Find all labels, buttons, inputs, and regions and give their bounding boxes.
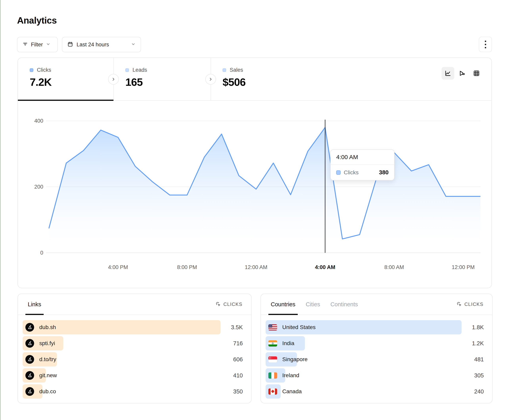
row-label: United States (282, 324, 316, 330)
clicks-legend-dot-icon (30, 68, 33, 72)
row-label: Canada (282, 388, 302, 395)
list-item[interactable]: Ireland305 (266, 368, 487, 383)
y-axis-tick-label: 0 (19, 250, 43, 256)
row-label: Singapore (282, 356, 308, 362)
tab-countries[interactable]: Countries (271, 294, 295, 315)
list-item[interactable]: United States1.8K (266, 320, 487, 334)
date-range-button[interactable]: Last 24 hours (62, 37, 141, 52)
stats-tab-row: Clicks 7.2K Leads 165 Sales $506 (18, 58, 492, 101)
dub-logo-icon (27, 389, 32, 394)
list-item[interactable]: dub.co350 (22, 384, 246, 398)
sales-legend-dot-icon (223, 68, 226, 72)
row-clicks-value: 1.8K (472, 320, 484, 334)
tab-leads[interactable]: Leads 165 (113, 58, 211, 101)
x-axis-tick-label: 4:00 AM (315, 264, 336, 270)
dub-logo-icon (27, 373, 32, 378)
table-view-button[interactable] (470, 67, 483, 80)
cursor-click-icon (456, 301, 462, 307)
tab-cities[interactable]: Cities (306, 294, 320, 315)
list-item[interactable]: India1.2K (266, 336, 487, 350)
ca-flag-icon (268, 389, 277, 395)
countries-panel-header: Countries Cities Continents CLICKS (261, 294, 492, 315)
dub-logo-icon (27, 357, 32, 362)
y-axis-tick-label: 400 (19, 118, 43, 124)
kebab-dot (485, 41, 486, 42)
date-range-label: Last 24 hours (77, 42, 109, 48)
list-item[interactable]: git.new410 (22, 368, 246, 383)
row-clicks-value: 350 (233, 384, 243, 398)
funnel-view-button[interactable] (456, 67, 469, 80)
kebab-dot (485, 44, 486, 45)
line-chart-view-button[interactable] (441, 67, 454, 80)
stat-label: Clicks (37, 67, 51, 73)
area-fill (49, 127, 480, 253)
row-label: Ireland (282, 372, 299, 379)
us-flag-icon (268, 324, 277, 330)
countries-list: United States1.8KIndia1.2KSingapore481Ir… (266, 320, 487, 398)
chart-canvas[interactable] (46, 118, 480, 257)
tab-links[interactable]: Links (28, 294, 41, 315)
stat-value: 165 (125, 76, 211, 88)
clicks-area-chart[interactable]: 4002000 4:00 PM8:00 PM12:00 AM4:00 AM8:0… (46, 118, 480, 257)
table-grid-icon (473, 70, 480, 77)
list-item[interactable]: Singapore481 (266, 352, 487, 367)
row-label: dub.co (39, 388, 56, 395)
stat-label: Leads (133, 67, 147, 73)
tooltip-legend-dot-icon (336, 170, 341, 175)
stat-value: $506 (223, 76, 310, 88)
page-title: Analytics (17, 15, 57, 26)
x-axis-tick-label: 8:00 PM (177, 264, 197, 270)
analytics-page: Analytics Filter Last 24 hours (0, 0, 508, 420)
dub-logo-badge (25, 371, 34, 380)
metric-label: CLICKS (464, 302, 483, 307)
chart-type-switcher (441, 67, 483, 80)
row-label: India (282, 340, 294, 347)
filter-button[interactable]: Filter (17, 37, 58, 52)
analytics-card: Clicks 7.2K Leads 165 Sales $506 (17, 58, 492, 288)
funnel-chart-icon (459, 70, 466, 77)
dub-logo-badge (25, 355, 34, 364)
row-clicks-value: 240 (474, 384, 484, 398)
dub-logo-icon (27, 325, 32, 330)
dub-logo-badge (25, 323, 34, 332)
links-panel-header: Links CLICKS (18, 294, 251, 315)
list-item[interactable]: dub.sh3.5K (22, 320, 246, 334)
row-clicks-value: 716 (233, 336, 243, 350)
countries-metric-selector[interactable]: CLICKS (456, 301, 483, 307)
tab-sales[interactable]: Sales $506 (211, 58, 310, 101)
chevron-right-icon (208, 77, 213, 82)
tab-continents[interactable]: Continents (330, 294, 358, 315)
dub-logo-badge (25, 339, 34, 348)
list-item[interactable]: Canada240 (266, 384, 487, 398)
expand-leads-chevron-button[interactable] (205, 74, 216, 85)
tab-clicks[interactable]: Clicks 7.2K (18, 58, 113, 101)
tooltip-series-label: Clicks (344, 169, 359, 176)
list-item[interactable]: d.to/try606 (22, 352, 246, 367)
row-label: d.to/try (39, 356, 56, 362)
row-clicks-value: 3.5K (231, 320, 243, 334)
x-axis-tick-label: 4:00 PM (108, 264, 128, 270)
chevron-down-icon (46, 42, 50, 47)
links-list: dub.sh3.5Kspti.fyi716d.to/try606git.new4… (22, 320, 246, 398)
row-clicks-value: 410 (233, 368, 243, 383)
in-flag-icon (268, 340, 277, 347)
x-axis-tick-label: 12:00 AM (245, 264, 267, 270)
expand-clicks-chevron-button[interactable] (108, 74, 119, 85)
stat-label: Sales (230, 67, 243, 73)
list-item[interactable]: spti.fyi716 (22, 336, 246, 350)
kebab-dot (485, 47, 486, 48)
dub-logo-badge (25, 387, 34, 396)
ie-flag-icon (268, 372, 277, 379)
links-panel: Links CLICKS dub.sh3.5Kspti.fyi716d.to/t… (17, 294, 252, 403)
row-clicks-value: 481 (474, 352, 484, 367)
sg-flag-icon (268, 356, 277, 362)
chevron-right-icon (111, 77, 116, 82)
x-axis-tick-label: 12:00 PM (452, 264, 475, 270)
calendar-icon (67, 41, 73, 48)
row-clicks-value: 305 (474, 368, 484, 383)
links-metric-selector[interactable]: CLICKS (216, 301, 242, 307)
more-options-button[interactable] (479, 37, 492, 52)
row-clicks-value: 606 (233, 352, 243, 367)
active-tab-underline (18, 100, 113, 101)
line-chart-icon (445, 70, 451, 77)
